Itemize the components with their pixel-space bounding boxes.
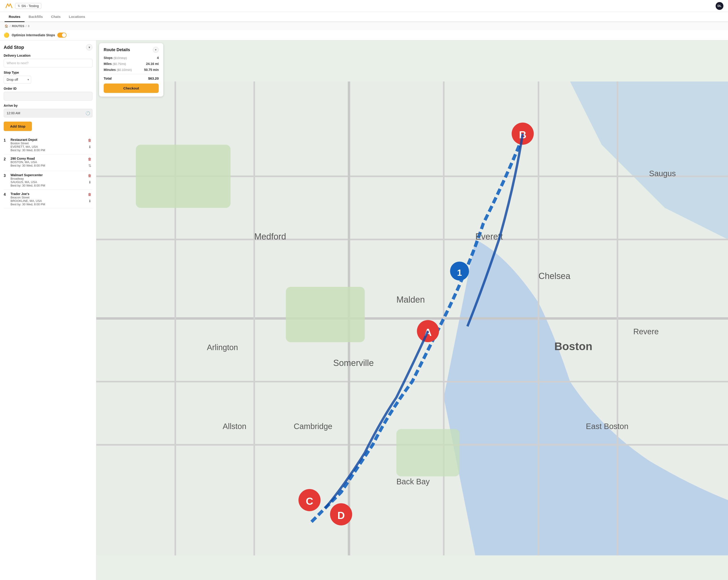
stop-number-4: 4	[4, 193, 8, 197]
stop-bestby-2: Best by: 30 Wed, 8:00 PM	[10, 164, 85, 167]
delivery-location-input[interactable]	[4, 59, 93, 68]
breadcrumb: 🏠 / ROUTES / 8	[0, 22, 728, 30]
optimize-icon: 🟡	[4, 32, 9, 38]
tab-locations[interactable]: Locations	[65, 12, 89, 22]
optimize-label: Optimize Intermediate Stops	[12, 33, 55, 37]
breadcrumb-id: 8	[28, 24, 29, 28]
user-avatar: DL	[716, 2, 723, 10]
total-label: Total	[104, 76, 112, 80]
route-details-header: Route Details ▾	[104, 47, 159, 53]
stops-label: Stops ($10/stop)	[104, 56, 127, 60]
stop-actions-4: 🗑 ⬇	[87, 192, 93, 204]
delete-stop-2[interactable]: 🗑	[87, 157, 93, 162]
top-bar: ⇅ SN - Testing DL	[0, 0, 728, 12]
svg-text:Boston: Boston	[554, 340, 593, 352]
optimize-toggle[interactable]	[57, 32, 67, 37]
stop-name-3: Walmart Supercenter	[10, 173, 85, 177]
breadcrumb-sep1: /	[10, 24, 10, 28]
stop-street-1: Boston Street	[10, 142, 85, 145]
svg-text:C: C	[306, 495, 313, 507]
optimize-toggle-knob	[62, 33, 66, 37]
order-id-group: Order ID	[4, 87, 93, 100]
logo-icon	[5, 2, 13, 10]
stops-list: 1 Restaurant Depot Boston Street EVERETT…	[4, 135, 93, 208]
stop-bestby-4: Best by: 30 Wed, 8:00 PM	[10, 203, 85, 206]
stop-type-group: Stop Type Drop off Pick up ▾	[4, 71, 93, 83]
stop-bestby-1: Best by: 30 Wed, 8:00 PM	[10, 148, 85, 152]
stop-info-1: Restaurant Depot Boston Street EVERETT, …	[10, 138, 85, 152]
miles-value: 24.16 mi	[146, 62, 159, 66]
nav-tabs: Routes Backfills Chats Locations	[0, 12, 728, 22]
move-stop-3[interactable]: ⬇	[87, 180, 92, 185]
move-stop-4[interactable]: ⬇	[87, 199, 92, 204]
stop-name-1: Restaurant Depot	[10, 138, 85, 142]
checkout-button[interactable]: Checkout	[104, 83, 159, 93]
map-background: B A C D 1 Boston Malden Medford Somervil…	[96, 41, 728, 580]
delete-stop-1[interactable]: 🗑	[87, 138, 93, 143]
delete-stop-4[interactable]: 🗑	[87, 192, 93, 197]
route-details-overlay: Route Details ▾ Stops ($10/stop) 4 Miles…	[99, 43, 163, 97]
delivery-location-group: Delivery Location	[4, 54, 93, 68]
collapse-button[interactable]: ▾	[86, 44, 93, 50]
tab-chats[interactable]: Chats	[47, 12, 65, 22]
breadcrumb-sep2: /	[26, 24, 27, 28]
stop-number-1: 1	[4, 138, 8, 143]
stop-street-3: Broadway	[10, 177, 85, 180]
minutes-value: 50.75 min	[144, 68, 159, 72]
arrows-icon: ⇅	[18, 4, 20, 7]
breadcrumb-routes[interactable]: ROUTES	[12, 24, 24, 28]
home-icon[interactable]: 🏠	[5, 24, 8, 28]
stop-info-3: Walmart Supercenter Broadway SAUGUS, MA,…	[10, 173, 85, 187]
delete-stop-3[interactable]: 🗑	[87, 173, 93, 178]
arrive-by-group: Arrive by 🕛	[4, 104, 93, 118]
stop-city-1: EVERETT, MA, USA	[10, 145, 85, 148]
arrive-by-input[interactable]	[4, 109, 93, 118]
map-panel[interactable]: Route Details ▾ Stops ($10/stop) 4 Miles…	[96, 41, 728, 580]
svg-text:Somerville: Somerville	[333, 358, 374, 368]
workspace-selector[interactable]: ⇅ SN - Testing	[15, 3, 41, 9]
route-details-title: Route Details	[104, 48, 130, 52]
total-value: $63.20	[148, 76, 159, 80]
stop-item-2: 2 290 Corey Road BOSTON, MA, USA Best by…	[4, 154, 93, 171]
route-collapse-button[interactable]: ▾	[153, 47, 159, 53]
logo: ⇅ SN - Testing	[5, 2, 41, 10]
stop-actions-2: 🗑 ⇅	[87, 157, 93, 169]
route-total-row: Total $63.20	[104, 74, 159, 80]
svg-text:East Boston: East Boston	[586, 422, 628, 431]
add-stop-header: Add Stop ▾	[4, 44, 93, 50]
move-stop-1[interactable]: ⬇	[87, 144, 92, 150]
tab-backfills[interactable]: Backfills	[25, 12, 47, 22]
delivery-location-label: Delivery Location	[4, 54, 93, 57]
arrive-by-wrapper: 🕛	[4, 109, 93, 118]
stop-info-4: Trader Joe's Beacon Street BROOKLINE, MA…	[10, 192, 85, 206]
workspace-label: SN - Testing	[21, 4, 39, 8]
add-stop-button[interactable]: Add Stop	[4, 122, 32, 131]
svg-text:Malden: Malden	[396, 295, 425, 304]
stop-city-4: BROOKLINE, MA, USA	[10, 199, 85, 203]
tab-routes[interactable]: Routes	[5, 12, 25, 22]
order-id-label: Order ID	[4, 87, 93, 91]
svg-text:Saugus: Saugus	[649, 169, 676, 178]
stop-street-2: BOSTON, MA, USA	[10, 160, 85, 164]
miles-label: Miles ($0.75/mi)	[104, 62, 126, 66]
stop-type-select[interactable]: Drop off Pick up	[4, 76, 31, 83]
route-minutes-row: Minutes ($0.10/min) 50.75 min	[104, 68, 159, 72]
optimize-bar: 🟡 Optimize Intermediate Stops	[0, 30, 728, 41]
stop-name-2: 290 Corey Road	[10, 157, 85, 160]
svg-text:Chelsea: Chelsea	[539, 271, 571, 281]
add-stop-title: Add Stop	[4, 45, 24, 50]
svg-text:Back Bay: Back Bay	[396, 477, 430, 486]
stop-bestby-3: Best by: 30 Wed, 8:00 PM	[10, 184, 85, 187]
route-stops-row: Stops ($10/stop) 4	[104, 56, 159, 60]
move-stop-2[interactable]: ⇅	[87, 163, 92, 169]
stop-street-4: Beacon Street	[10, 196, 85, 199]
svg-rect-15	[396, 429, 460, 477]
order-id-input[interactable]	[4, 92, 93, 100]
svg-text:Arlington: Arlington	[207, 343, 238, 352]
svg-text:Revere: Revere	[633, 327, 659, 336]
svg-text:D: D	[337, 509, 345, 521]
svg-text:1: 1	[457, 268, 462, 278]
svg-rect-13	[136, 145, 231, 208]
stop-city-3: SAUGUS, MA, USA	[10, 180, 85, 184]
stop-number-2: 2	[4, 157, 8, 161]
